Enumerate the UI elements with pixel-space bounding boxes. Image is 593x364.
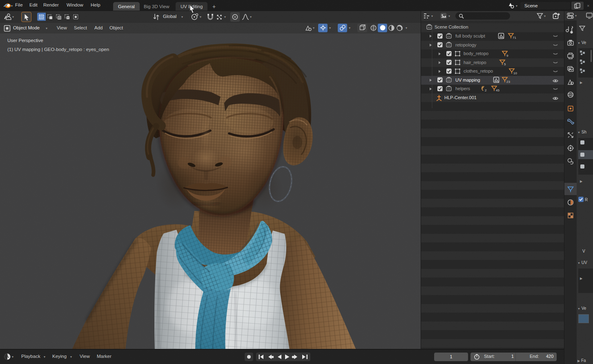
svg-text:body_retopo: body_retopo	[464, 51, 488, 56]
svg-text:retopology: retopology	[455, 42, 477, 47]
svg-text:45: 45	[496, 89, 499, 92]
svg-text:HLP-Center.001: HLP-Center.001	[444, 95, 477, 100]
svg-text:10: 10	[513, 71, 517, 75]
svg-text:9: 9	[506, 54, 508, 58]
svg-text:3: 3	[497, 80, 499, 84]
svg-text:clothes_retopo: clothes_retopo	[464, 69, 493, 73]
svg-text:hair_retopo: hair_retopo	[464, 60, 486, 65]
svg-text:helpers: helpers	[455, 86, 470, 91]
svg-text:3: 3	[502, 36, 504, 40]
svg-text:UV mapping: UV mapping	[455, 78, 480, 82]
svg-text:5: 5	[504, 62, 506, 66]
svg-text:71: 71	[513, 36, 516, 40]
svg-text:full body sculpt: full body sculpt	[455, 33, 485, 38]
svg-text:2: 2	[485, 89, 487, 92]
svg-text:23: 23	[506, 80, 510, 84]
svg-text:Scene Collection: Scene Collection	[435, 24, 468, 29]
